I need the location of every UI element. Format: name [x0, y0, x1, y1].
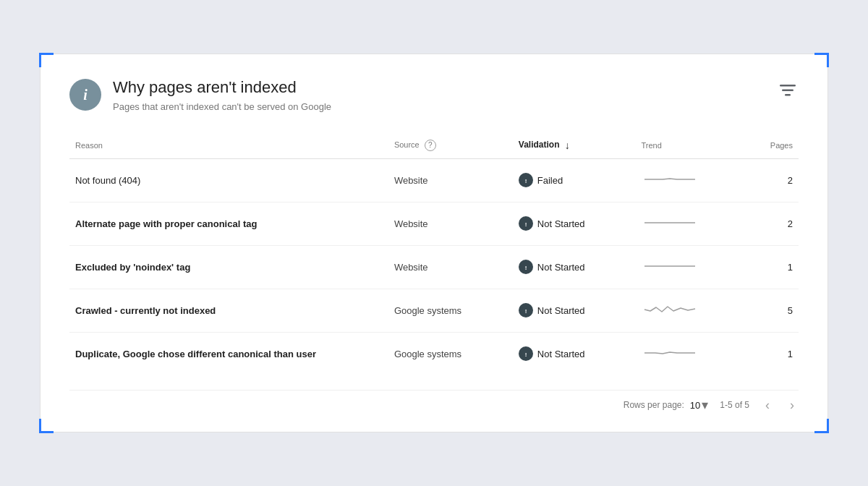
indexing-table: Reason Source ? Validation ↓ Trend Pages…: [69, 132, 799, 375]
card-header: i Why pages aren't indexed Pages that ar…: [69, 77, 799, 112]
trend-sparkline: [641, 171, 699, 188]
cell-pages: 2: [745, 202, 799, 245]
info-icon-label: i: [83, 87, 88, 103]
pagination-bar: Rows per page: 10 ▾ 1-5 of 5 ‹ ›: [69, 390, 799, 414]
cell-validation: ! Not Started: [513, 245, 636, 289]
corner-bracket-tr: [814, 53, 829, 67]
table-body: Not found (404)Website ! Failed 2Alterna…: [69, 158, 799, 375]
table-header-row: Reason Source ? Validation ↓ Trend Pages: [69, 132, 799, 159]
validation-icon: !: [519, 346, 533, 361]
main-card: i Why pages aren't indexed Pages that ar…: [40, 54, 828, 432]
corner-bracket-br: [814, 419, 829, 433]
validation-label: Not Started: [537, 349, 585, 359]
svg-rect-0: [780, 85, 796, 87]
cell-source: Google systems: [388, 289, 513, 332]
col-reason: Reason: [69, 132, 388, 159]
trend-sparkline: [641, 214, 699, 231]
trend-sparkline: [641, 344, 699, 362]
cell-pages: 5: [745, 289, 799, 332]
svg-text:!: !: [524, 308, 527, 315]
rows-per-page-select[interactable]: 10 ▾: [690, 397, 708, 413]
validation-sort-arrow[interactable]: ↓: [565, 140, 570, 151]
table-row: Alternate page with proper canonical tag…: [69, 202, 799, 245]
rows-per-page-label: Rows per page:: [624, 400, 684, 410]
corner-bracket-tl: [39, 53, 54, 67]
cell-reason: Not found (404): [69, 158, 388, 202]
cell-validation: ! Failed: [513, 158, 636, 202]
table-row: Excluded by 'noindex' tagWebsite ! Not S…: [69, 245, 799, 289]
svg-rect-1: [782, 90, 793, 92]
validation-badge: ! Not Started: [519, 260, 585, 274]
cell-trend: [635, 202, 744, 245]
validation-icon: !: [519, 173, 533, 187]
cell-trend: [635, 289, 744, 332]
rows-dropdown-arrow: ▾: [702, 397, 708, 413]
validation-label: Not Started: [537, 305, 585, 316]
cell-validation: ! Not Started: [513, 332, 636, 375]
svg-text:!: !: [524, 351, 527, 358]
rows-per-page-value: 10: [690, 400, 700, 411]
cell-pages: 1: [745, 332, 799, 375]
cell-trend: [635, 245, 744, 289]
cell-validation: ! Not Started: [513, 289, 636, 332]
cell-reason: Duplicate, Google chose different canoni…: [69, 332, 388, 375]
page-info: 1-5 of 5: [720, 400, 749, 410]
validation-badge: ! Failed: [519, 173, 563, 187]
cell-reason: Crawled - currently not indexed: [69, 289, 388, 332]
cell-source: Website: [388, 245, 513, 289]
table-row: Duplicate, Google chose different canoni…: [69, 332, 799, 375]
cell-pages: 2: [745, 158, 799, 202]
col-pages: Pages: [745, 132, 799, 159]
svg-text:!: !: [524, 265, 527, 271]
page-subtitle: Pages that aren't indexed can't be serve…: [113, 101, 331, 112]
table-row: Not found (404)Website ! Failed 2: [69, 158, 799, 202]
validation-label: Not Started: [537, 218, 585, 229]
validation-badge: ! Not Started: [519, 346, 585, 361]
validation-badge: ! Not Started: [519, 303, 585, 317]
svg-text:!: !: [524, 221, 527, 228]
prev-page-button[interactable]: ‹: [761, 396, 774, 414]
cell-trend: [635, 332, 744, 375]
trend-sparkline: [641, 257, 699, 275]
next-page-button[interactable]: ›: [786, 396, 799, 414]
svg-text:!: !: [524, 178, 527, 184]
header-text: Why pages aren't indexed Pages that aren…: [113, 77, 331, 112]
filter-button[interactable]: [777, 80, 799, 103]
cell-trend: [635, 158, 744, 202]
validation-label: Failed: [537, 175, 563, 186]
trend-sparkline: [641, 301, 699, 318]
header-left: i Why pages aren't indexed Pages that ar…: [69, 77, 331, 112]
cell-source: Google systems: [388, 332, 513, 375]
col-validation: Validation ↓: [513, 132, 636, 159]
cell-validation: ! Not Started: [513, 202, 636, 245]
cell-reason: Excluded by 'noindex' tag: [69, 245, 388, 289]
validation-icon: !: [519, 216, 533, 231]
info-icon: i: [69, 79, 101, 111]
rows-per-page: Rows per page: 10 ▾: [624, 397, 709, 413]
validation-icon: !: [519, 303, 533, 317]
validation-badge: ! Not Started: [519, 216, 585, 231]
cell-reason: Alternate page with proper canonical tag: [69, 202, 388, 245]
col-source: Source ?: [388, 132, 513, 159]
validation-icon: !: [519, 260, 533, 274]
table-row: Crawled - currently not indexedGoogle sy…: [69, 289, 799, 332]
validation-label: Not Started: [537, 262, 585, 273]
col-trend: Trend: [635, 132, 744, 159]
corner-bracket-bl: [39, 419, 54, 433]
cell-source: Website: [388, 202, 513, 245]
cell-source: Website: [388, 158, 513, 202]
source-help-icon[interactable]: ?: [425, 140, 436, 151]
cell-pages: 1: [745, 245, 799, 289]
svg-rect-2: [785, 94, 791, 96]
page-title: Why pages aren't indexed: [113, 77, 331, 98]
